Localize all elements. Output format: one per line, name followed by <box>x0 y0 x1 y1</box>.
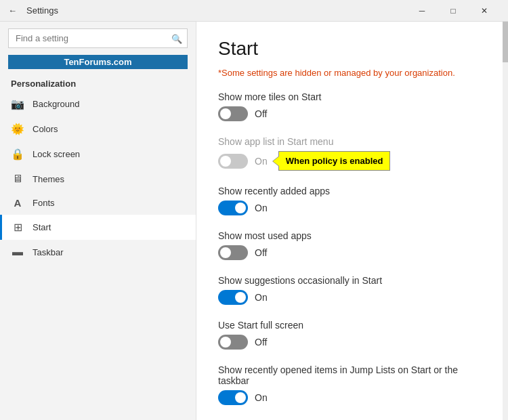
toggle-suggestions[interactable] <box>218 290 248 305</box>
sidebar-item-start[interactable]: ⊞ Start <box>0 215 196 240</box>
toggle-row-recently-added: On <box>218 201 486 215</box>
title-bar: ← Settings ─ □ ✕ <box>0 0 508 22</box>
sidebar-item-label-lock-screen: Lock screen <box>33 149 80 159</box>
toggle-label-recently-added: On <box>255 203 268 213</box>
sidebar-item-label-colors: Colors <box>33 124 58 134</box>
maximize-button[interactable]: □ <box>438 0 469 22</box>
toggle-row-more-tiles: Off <box>218 106 486 121</box>
scroll-thumb[interactable] <box>503 22 508 62</box>
setting-most-used: Show most used apps Off <box>218 230 486 260</box>
close-button[interactable]: ✕ <box>469 0 500 22</box>
setting-label-most-used: Show most used apps <box>218 230 486 241</box>
sidebar-section-label: Personalization <box>0 73 196 91</box>
toggle-label-suggestions: On <box>255 292 268 303</box>
sidebar-item-taskbar[interactable]: ▬ Taskbar <box>0 240 196 264</box>
app-list-row: On When policy is enabled <box>218 151 486 171</box>
background-icon: 📷 <box>11 98 24 110</box>
sidebar-item-label-start: Start <box>33 222 51 232</box>
toggle-most-used[interactable] <box>218 245 248 260</box>
watermark: TenForums.com <box>8 55 188 69</box>
sidebar-item-colors[interactable]: 🌞 Colors <box>0 117 196 142</box>
setting-label-app-list: Show app list in Start menu <box>218 136 486 147</box>
toggle-more-tiles[interactable] <box>218 106 248 121</box>
toggle-label-more-tiles: Off <box>255 108 267 119</box>
sidebar-item-background[interactable]: 📷 Background <box>0 91 196 117</box>
sidebar: 🔍 TenForums.com Personalization 📷 Backgr… <box>0 22 196 420</box>
setting-app-list: Show app list in Start menu On When poli… <box>218 136 486 171</box>
setting-jump-lists: Show recently opened items in Jump Lists… <box>218 364 486 405</box>
themes-icon: 🖥 <box>11 173 24 185</box>
setting-label-recently-added: Show recently added apps <box>218 186 486 196</box>
fonts-icon: A <box>11 197 24 209</box>
sidebar-item-fonts[interactable]: A Fonts <box>0 191 196 215</box>
minimize-button[interactable]: ─ <box>406 0 438 22</box>
sidebar-item-lock-screen[interactable]: 🔒 Lock screen <box>0 142 196 167</box>
toggle-label-full-screen: Off <box>255 337 267 348</box>
toggle-label-app-list: On <box>255 156 268 167</box>
setting-suggestions: Show suggestions occasionally in Start O… <box>218 275 486 305</box>
setting-label-full-screen: Use Start full screen <box>218 320 486 331</box>
setting-label-more-tiles: Show more tiles on Start <box>218 91 486 102</box>
title-bar-controls: ─ □ ✕ <box>406 0 500 22</box>
search-input[interactable] <box>8 28 188 48</box>
colors-icon: 🌞 <box>11 123 24 135</box>
search-bar: 🔍 <box>8 28 188 48</box>
page-title: Start <box>218 38 486 60</box>
setting-full-screen: Use Start full screen Off <box>218 320 486 350</box>
toggle-jump-lists[interactable] <box>218 390 248 405</box>
title-bar-title: Settings <box>26 5 58 16</box>
setting-label-jump-lists: Show recently opened items in Jump Lists… <box>218 364 486 386</box>
app-container: 🔍 TenForums.com Personalization 📷 Backgr… <box>0 22 508 420</box>
title-bar-left: ← Settings <box>8 5 58 16</box>
toggle-row-suggestions: On <box>218 290 486 305</box>
toggle-recently-added[interactable] <box>218 201 248 215</box>
setting-recently-added: Show recently added apps On <box>218 186 486 215</box>
tooltip-policy: When policy is enabled <box>278 151 391 171</box>
scrollbar[interactable] <box>503 22 508 420</box>
taskbar-icon: ▬ <box>11 246 24 258</box>
toggle-row-most-used: Off <box>218 245 486 260</box>
sidebar-item-label-taskbar: Taskbar <box>33 247 64 257</box>
toggle-row-app-list: On <box>218 154 268 169</box>
toggle-app-list <box>218 154 248 169</box>
toggle-label-most-used: Off <box>255 247 267 258</box>
toggle-row-jump-lists: On <box>218 390 486 405</box>
content-area: Start *Some settings are hidden or manag… <box>196 22 508 420</box>
toggle-full-screen[interactable] <box>218 335 248 350</box>
sidebar-item-label-fonts: Fonts <box>33 198 55 208</box>
search-icon: 🔍 <box>171 33 182 43</box>
sidebar-item-label-themes: Themes <box>33 174 64 184</box>
content-inner: Start *Some settings are hidden or manag… <box>196 22 508 420</box>
sidebar-item-themes[interactable]: 🖥 Themes <box>0 167 196 191</box>
org-notice: *Some settings are hidden or managed by … <box>218 68 486 78</box>
sidebar-item-label-background: Background <box>33 99 79 109</box>
toggle-label-jump-lists: On <box>255 392 268 403</box>
toggle-row-full-screen: Off <box>218 335 486 350</box>
start-icon: ⊞ <box>11 221 24 234</box>
back-button[interactable]: ← <box>8 5 17 16</box>
setting-more-tiles: Show more tiles on Start Off <box>218 91 486 121</box>
setting-label-suggestions: Show suggestions occasionally in Start <box>218 275 486 286</box>
lock-icon: 🔒 <box>11 148 24 161</box>
